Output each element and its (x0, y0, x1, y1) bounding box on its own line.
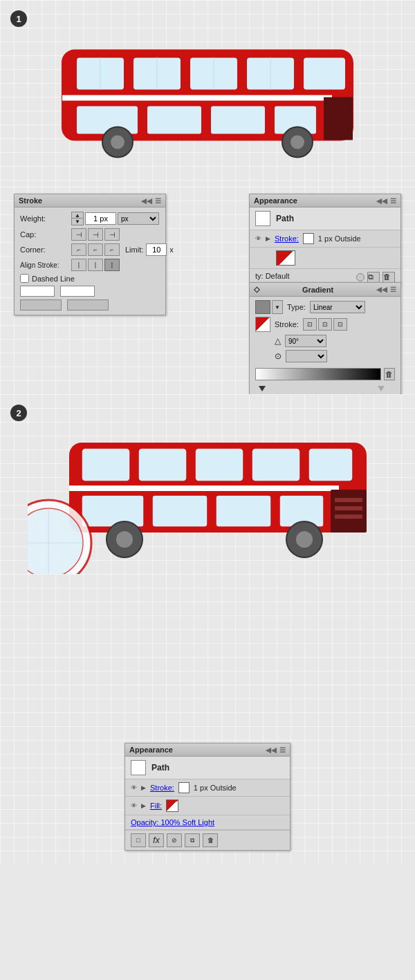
svg-rect-26 (69, 486, 339, 491)
copy-btn-1[interactable]: ⧉ (367, 272, 380, 283)
weight-unit-select[interactable]: px (118, 212, 159, 225)
arrow-icon-fill[interactable]: ▶ (141, 802, 146, 809)
collapse-icon-grad[interactable]: ◀◀ (376, 286, 387, 293)
angle-select[interactable]: 90° (285, 335, 326, 347)
stroke-link-1[interactable]: Stroke: (275, 234, 299, 243)
stroke-panel-body: Weight: ▲ ▼ px Cap: ⊣ ⊣ (15, 207, 165, 315)
gradient-strip[interactable] (255, 368, 381, 380)
red-swatch-row (250, 248, 400, 269)
gradient-stop-left[interactable] (259, 386, 266, 391)
svg-point-36 (116, 531, 133, 548)
collapse-icon-app[interactable]: ◀◀ (376, 197, 387, 205)
path-title-row: Path (250, 207, 400, 230)
new-item-btn[interactable]: □ (131, 833, 146, 847)
stroke-opt-2[interactable]: ⊡ (318, 318, 332, 331)
cap-butt-btn[interactable]: ⊣ (71, 228, 86, 241)
stroke-opt-3[interactable]: ⊡ (333, 318, 347, 331)
type-row: ▼ Type: Linear Radial (255, 300, 395, 314)
fill-color-swatch-2[interactable] (166, 799, 178, 812)
cap-square-btn[interactable]: ⊣ (104, 228, 120, 241)
svg-rect-21 (82, 448, 130, 481)
angle-icon: △ (275, 336, 281, 346)
dash-input-1[interactable] (20, 299, 62, 311)
extra-icon: ⊙ (275, 351, 282, 361)
svg-point-13 (111, 136, 124, 149)
red-fill-swatch[interactable] (276, 250, 295, 266)
stroke-color-swatch-2[interactable] (178, 782, 190, 793)
stroke-link-2[interactable]: Stroke: (150, 784, 174, 792)
bus-illustration-1 (14, 14, 401, 173)
menu-icon-grad[interactable]: ☰ (390, 286, 396, 293)
limit-label: Limit: (125, 246, 143, 254)
arrow-icon-2[interactable]: ▶ (141, 784, 146, 791)
weight-label: Weight: (20, 214, 68, 223)
fill-link-2[interactable]: Fill: (150, 802, 162, 810)
swatch-menu-btn[interactable]: ▼ (272, 300, 283, 314)
corner-round-btn[interactable]: ⌐ (88, 243, 103, 256)
gradient-delete-btn[interactable]: 🗑 (384, 368, 395, 380)
weight-row: Weight: ▲ ▼ px (20, 212, 160, 225)
svg-rect-27 (82, 495, 144, 527)
stroke-color-swatch-1[interactable] (303, 233, 314, 244)
opacity-label-2[interactable]: Opacity: 100% Soft Light (131, 818, 214, 826)
step-number-2: 2 (10, 405, 27, 421)
dash-input-2[interactable] (67, 299, 109, 311)
svg-rect-9 (210, 106, 266, 135)
gradient-stroke-swatch[interactable] (255, 317, 270, 332)
delete-btn-1[interactable]: 🗑 (382, 272, 395, 283)
align-inside-btn[interactable]: | (88, 259, 103, 271)
collapse-icon-app2[interactable]: ◀◀ (266, 746, 277, 754)
eye-icon-fill: 👁 (131, 802, 137, 809)
path-swatch-2 (131, 760, 146, 775)
delete-btn-2[interactable]: 🗑 (203, 833, 218, 847)
stroke-opt-1[interactable]: ⊡ (303, 318, 317, 331)
cap-round-btn[interactable]: ⊣ (88, 228, 103, 241)
no-btn-2[interactable]: ⊘ (167, 833, 182, 847)
menu-icon[interactable]: ☰ (155, 197, 161, 205)
weight-down-btn[interactable]: ▼ (72, 219, 83, 225)
path-label-1: Path (276, 214, 294, 223)
weight-input[interactable] (85, 212, 116, 225)
svg-rect-33 (335, 506, 362, 510)
gradient-slider-area: 🗑 (255, 365, 395, 391)
corner-bevel-btn[interactable]: ⌐ (104, 243, 120, 256)
section-2: 2 (0, 394, 415, 865)
align-row: Align Stroke: | | | (20, 259, 160, 271)
section-1: 1 (0, 0, 415, 187)
arrow-icon-1[interactable]: ▶ (266, 235, 270, 242)
gradient-stroke-label: Stroke: (275, 320, 299, 329)
svg-rect-22 (138, 448, 187, 481)
bus-illustration-2 (14, 408, 401, 588)
dashed-checkbox[interactable] (20, 274, 29, 283)
svg-rect-29 (216, 495, 271, 527)
extra-select[interactable] (286, 350, 327, 362)
panels-section-1: Stroke ◀◀ ☰ Weight: ▲ ▼ px (0, 187, 415, 394)
eye-icon-2: 👁 (131, 784, 137, 791)
dash-preview-2 (60, 286, 95, 297)
dash-preview-1 (20, 286, 55, 297)
limit-x: x (169, 246, 174, 254)
svg-rect-8 (147, 106, 202, 135)
gradient-preview-swatch (255, 300, 270, 314)
type-select[interactable]: Linear Radial (310, 301, 365, 313)
stroke-value-1: 1 px Outside (318, 234, 361, 243)
menu-icon-app[interactable]: ☰ (390, 197, 396, 205)
eye-icon-1: 👁 (255, 235, 261, 242)
align-outside-btn[interactable]: | (104, 259, 120, 271)
opacity-row-2: Opacity: 100% Soft Light (125, 815, 290, 830)
corner-label: Corner: (20, 246, 68, 254)
no-icon-1 (356, 273, 365, 281)
bus-svg-2 (28, 429, 387, 574)
gradient-stop-right[interactable] (378, 386, 385, 391)
menu-icon-app2[interactable]: ☰ (279, 746, 286, 754)
align-center-btn[interactable]: | (71, 259, 86, 271)
corner-miter-btn[interactable]: ⌐ (71, 243, 86, 256)
appearance-panel-1: Appearance ◀◀ ☰ Path 👁 ▶ Stroke: 1 px Ou… (249, 194, 401, 284)
stroke-panel-header: Stroke ◀◀ ☰ (15, 194, 165, 207)
dashed-label: Dashed Line (32, 275, 75, 283)
fx-btn[interactable]: fx (149, 833, 164, 847)
collapse-icon[interactable]: ◀◀ (141, 197, 152, 205)
copy-btn-2[interactable]: ⧉ (185, 833, 200, 847)
weight-up-btn[interactable]: ▲ (72, 212, 83, 219)
limit-input[interactable] (146, 243, 167, 256)
